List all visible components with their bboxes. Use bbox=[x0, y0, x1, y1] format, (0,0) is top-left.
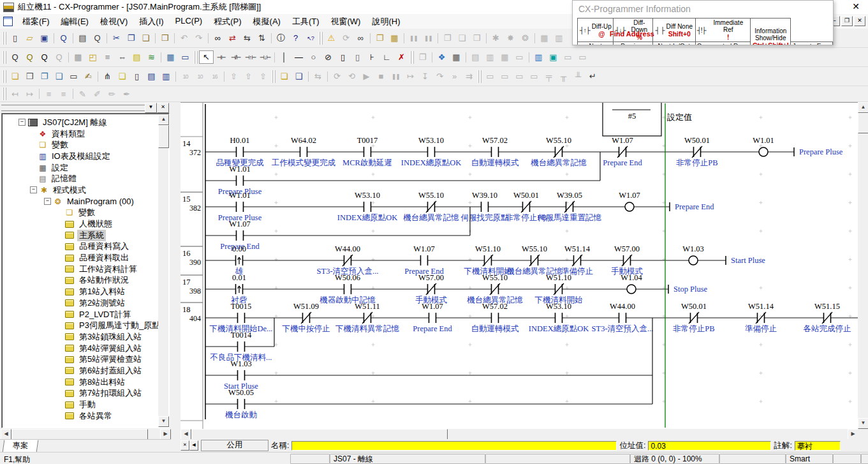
help-icon[interactable]: ? bbox=[288, 31, 303, 45]
tree-item[interactable]: 第8站出料站 bbox=[2, 377, 169, 388]
cut-icon[interactable]: ✂ bbox=[109, 31, 124, 45]
toolbar-grip[interactable] bbox=[3, 70, 6, 83]
copy-icon[interactable]: ❐ bbox=[124, 31, 138, 45]
print-icon[interactable]: ▤ bbox=[75, 31, 90, 45]
tree-item[interactable]: 工作站資料計算 bbox=[2, 264, 169, 275]
online-edit1-icon[interactable]: ▭ bbox=[483, 70, 497, 83]
scroll-left-icon[interactable]: ◀ bbox=[180, 429, 191, 440]
online-user2-icon[interactable]: ✸ bbox=[503, 31, 518, 45]
contact-diff-up-icon[interactable]: ⊣↑⊢ bbox=[243, 50, 258, 64]
stop-mode-icon[interactable]: ■ bbox=[374, 70, 388, 83]
tree-item-label[interactable]: 第3站鎖珠組入站 bbox=[77, 331, 143, 343]
find-error-icon[interactable]: ∞ bbox=[353, 31, 368, 45]
calendar-icon[interactable]: ▦ bbox=[449, 50, 464, 64]
tree-item-label[interactable]: 第5站彈簧檢查站 bbox=[77, 354, 143, 365]
tree-item-label[interactable]: P3伺服馬達寸動_原點找 bbox=[77, 320, 170, 331]
watch2-icon[interactable]: ▭ bbox=[575, 50, 590, 64]
tree-item-label[interactable]: 第6站封蓋組入站 bbox=[77, 365, 143, 377]
tree-item[interactable]: ▤記憶體 bbox=[2, 173, 169, 184]
comment-field[interactable]: 摹衬 bbox=[795, 441, 841, 451]
tree-item[interactable]: 主系統 bbox=[2, 230, 169, 241]
set-value-icon[interactable]: ▭ bbox=[512, 50, 527, 64]
tree-item-label[interactable]: P2_LVDT計算 bbox=[77, 309, 133, 320]
mdi-close-icon[interactable]: ✕ bbox=[854, 16, 865, 26]
toolbar-grip[interactable] bbox=[3, 51, 6, 64]
scroll-right-icon[interactable]: ▶ bbox=[848, 429, 858, 440]
force-set-icon[interactable]: ╤ bbox=[541, 70, 556, 83]
tree-scroll-thumb[interactable] bbox=[158, 125, 169, 148]
tree-item[interactable]: 第6站封蓋組入站 bbox=[2, 365, 169, 377]
symbol-bar-collapse-icon[interactable]: ◀ bbox=[189, 440, 198, 451]
tree-item[interactable]: ❏變數 bbox=[2, 139, 169, 151]
find-report-icon[interactable]: Q bbox=[56, 31, 71, 45]
pause-monitor-icon[interactable]: ❚❚ bbox=[406, 31, 421, 45]
menu-item[interactable]: 編輯(E) bbox=[55, 14, 94, 29]
force-clear-icon[interactable]: ╨ bbox=[571, 70, 585, 83]
scroll-down-icon[interactable]: ▼ bbox=[858, 418, 868, 429]
tree-item[interactable]: P3伺服馬達寸動_原點找 bbox=[2, 320, 169, 331]
workspace-close-button[interactable]: ✕ bbox=[157, 103, 169, 113]
tree-item-label[interactable]: 變數 bbox=[50, 139, 70, 151]
program-tree-icon[interactable]: ≋ bbox=[144, 50, 159, 64]
set-online-3-icon[interactable]: ⇧ bbox=[256, 70, 270, 83]
step-over-icon[interactable]: ↷ bbox=[432, 70, 447, 83]
view-mnemonic-icon[interactable]: ❒ bbox=[22, 70, 37, 83]
grid-toggle-icon[interactable]: ▦ bbox=[71, 50, 85, 64]
work-online-icon[interactable]: ⟳ bbox=[330, 70, 344, 83]
hex-icon[interactable]: 16 bbox=[207, 70, 222, 83]
toolbar-grip[interactable] bbox=[478, 70, 482, 83]
tree-item[interactable]: 第1站入料站 bbox=[2, 286, 169, 297]
tree-item[interactable]: ❖資料類型 bbox=[2, 128, 169, 140]
edit-mark1-icon[interactable]: ✎ bbox=[75, 87, 90, 101]
io-comment-view-icon[interactable]: ▯ bbox=[129, 70, 144, 83]
properties-icon[interactable]: ✍ bbox=[81, 70, 96, 83]
tree-item[interactable]: 第4站彈簧組入站 bbox=[2, 343, 169, 354]
address-tool-icon[interactable]: ▥ bbox=[531, 50, 546, 64]
tree-item-label[interactable]: 工作站資料計算 bbox=[77, 264, 139, 275]
tree-item[interactable]: 品種資料取出 bbox=[2, 252, 169, 264]
indent-icon[interactable]: ↦ bbox=[22, 87, 37, 101]
instruction-box-icon[interactable]: ▯ bbox=[335, 50, 350, 64]
tree-item[interactable]: ▥IO表及模組設定 bbox=[2, 151, 169, 162]
tree-expander-icon[interactable]: − bbox=[30, 186, 37, 193]
online-edit2-icon[interactable]: ▭ bbox=[497, 70, 512, 83]
coil[interactable] bbox=[625, 202, 634, 211]
tree-item-label[interactable]: 各站異常 bbox=[77, 410, 114, 422]
paste-program-icon[interactable]: ❒ bbox=[158, 31, 172, 45]
coil[interactable] bbox=[627, 285, 636, 294]
transfer-warning-icon[interactable]: ❐ bbox=[372, 31, 387, 45]
toolbar-grip[interactable] bbox=[410, 51, 414, 64]
tree-item-label-selected[interactable]: 主系統 bbox=[77, 230, 106, 241]
ladder-vscroll-thumb[interactable] bbox=[858, 113, 868, 133]
tree-item-label[interactable]: 第2站測號站 bbox=[77, 297, 127, 309]
pause-trigger-icon[interactable]: ❚❚ bbox=[421, 31, 436, 45]
scroll-right-icon[interactable]: ▶ bbox=[160, 429, 171, 440]
tree-item-label[interactable]: 各站動作狀況 bbox=[77, 274, 131, 286]
compile-icon[interactable]: ⚠ bbox=[324, 31, 339, 45]
tree-item[interactable]: −❂MainProgram (00) bbox=[2, 196, 169, 207]
tree-item-label[interactable]: 手動 bbox=[77, 399, 98, 410]
scroll-down-icon[interactable]: ▼ bbox=[158, 416, 169, 427]
rung-comment-icon[interactable]: ❐ bbox=[415, 50, 430, 64]
menu-item[interactable]: 視窗(W) bbox=[325, 14, 367, 29]
online-user3-icon[interactable]: ❂ bbox=[518, 31, 533, 45]
workspace-grip[interactable] bbox=[1, 105, 145, 112]
toolbar-grip[interactable] bbox=[3, 87, 6, 100]
cross-reference-icon[interactable]: ⋔ bbox=[100, 70, 115, 83]
menu-item[interactable]: 程式(P) bbox=[208, 14, 247, 29]
change-address-icon[interactable]: ⇅ bbox=[254, 31, 269, 45]
tree-item-label[interactable]: 資料類型 bbox=[50, 128, 87, 140]
monitor-window-icon[interactable]: ▦ bbox=[537, 31, 552, 45]
compile-all-icon[interactable]: ⟳ bbox=[339, 31, 353, 45]
tree-item[interactable]: 第2站測號站 bbox=[2, 297, 169, 309]
save-project-icon[interactable]: ▣ bbox=[37, 31, 52, 45]
online-edit-warning-icon[interactable]: ▦ bbox=[387, 31, 402, 45]
search-all-icon[interactable]: ⇆ bbox=[240, 31, 254, 45]
align-list2-icon[interactable]: ≡ bbox=[56, 87, 71, 101]
zoom-fit-icon[interactable]: Q bbox=[52, 50, 66, 64]
corner-icon[interactable]: ∟ bbox=[379, 50, 394, 64]
menu-item[interactable]: 檢視(V) bbox=[94, 14, 133, 29]
online-edit4-icon[interactable]: ▭ bbox=[527, 70, 541, 83]
mdi-restore-icon[interactable]: ❐ bbox=[841, 16, 853, 26]
scroll-left-icon[interactable]: ◀ bbox=[1, 429, 11, 440]
